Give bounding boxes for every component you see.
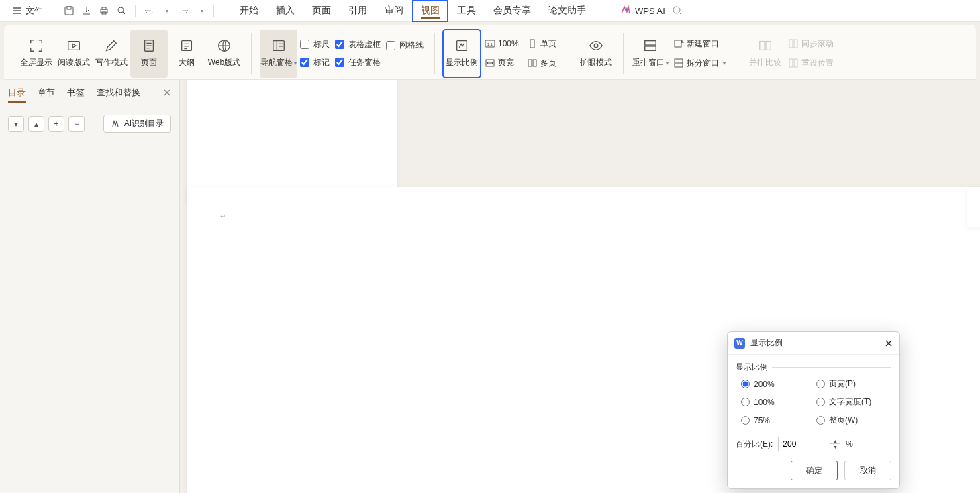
paragraph-mark: ↵	[220, 213, 226, 220]
play-icon	[66, 38, 81, 53]
collapse-up-button[interactable]: ▴	[28, 116, 44, 132]
split-window-button[interactable]: 拆分窗口▾	[671, 56, 728, 70]
zoom-radio-200[interactable]: 200%	[741, 378, 811, 390]
sync-scroll-button: 同步滚动	[785, 37, 836, 51]
search-button[interactable]	[672, 5, 683, 16]
print-button[interactable]	[96, 3, 112, 19]
reset-pos-icon	[788, 58, 799, 68]
redo-dropdown[interactable]: ▾	[193, 3, 209, 19]
page-layout-button[interactable]: 页面	[130, 30, 168, 78]
writing-mode-button[interactable]: 写作模式	[93, 30, 130, 78]
dialog-app-icon: W	[734, 338, 745, 349]
zoom-icon	[454, 38, 469, 53]
undo-dropdown[interactable]: ▾	[158, 3, 175, 19]
single-page-button[interactable]: 单页	[524, 37, 559, 51]
single-page-icon	[527, 38, 538, 49]
zoom-radio-pagewidth[interactable]: 页宽(P)	[816, 378, 886, 390]
pen-icon	[104, 38, 119, 53]
export-button[interactable]	[79, 3, 95, 19]
new-window-button[interactable]: 新建窗口	[671, 37, 728, 51]
svg-point-5	[118, 7, 124, 13]
wps-ai-icon	[620, 5, 631, 16]
dialog-close-button[interactable]	[885, 339, 893, 347]
zoom-radio-100[interactable]: 100%	[741, 396, 811, 408]
svg-rect-26	[789, 40, 793, 48]
remove-level-button[interactable]: −	[68, 116, 85, 132]
undo-button[interactable]	[141, 3, 157, 19]
ok-button[interactable]: 确定	[791, 461, 838, 480]
side-by-side-button: 并排比较	[746, 30, 784, 78]
close-icon	[885, 339, 893, 347]
sidebar-tab-chapter[interactable]: 章节	[38, 87, 55, 99]
svg-point-6	[673, 7, 680, 13]
tab-reference[interactable]: 引用	[340, 0, 375, 21]
table-border-checkbox[interactable]: 表格虚框	[335, 39, 381, 50]
page-width-button[interactable]: 页宽	[482, 56, 522, 70]
side-by-side-icon	[758, 38, 773, 53]
save-icon	[64, 5, 75, 16]
tab-thesis[interactable]: 论文助手	[540, 0, 594, 21]
mark-checkbox[interactable]: 标记	[300, 57, 330, 68]
sidebar-close-button[interactable]	[163, 89, 171, 97]
web-layout-button[interactable]: Web版式	[205, 30, 243, 78]
ai-toc-button[interactable]: AI识别目录	[103, 115, 171, 133]
percent-input[interactable]	[779, 437, 830, 451]
tab-review[interactable]: 审阅	[377, 0, 411, 21]
tab-view[interactable]: 视图	[413, 0, 448, 21]
tab-start[interactable]: 开始	[232, 0, 266, 21]
redo-button[interactable]	[176, 3, 192, 19]
globe-icon	[217, 38, 232, 53]
svg-rect-9	[182, 41, 192, 51]
multi-page-icon	[527, 58, 538, 68]
hamburger-icon	[12, 6, 21, 15]
close-icon	[163, 89, 171, 97]
zoom-radio-wholepage[interactable]: 整页(W)	[816, 415, 886, 426]
hundred-percent-button[interactable]: 1:1 100%	[482, 37, 522, 50]
svg-rect-29	[794, 59, 797, 67]
arrange-windows-button[interactable]: 重排窗口▾	[632, 30, 669, 78]
svg-rect-17	[528, 60, 532, 66]
cancel-button[interactable]: 取消	[844, 461, 891, 480]
print-preview-button[interactable]	[113, 3, 130, 19]
print-icon	[99, 5, 109, 16]
tab-tools[interactable]: 工具	[449, 0, 484, 21]
tab-insert[interactable]: 插入	[268, 0, 303, 21]
sidebar-tab-find[interactable]: 查找和替换	[97, 87, 140, 99]
svg-rect-22	[675, 40, 681, 47]
tab-member[interactable]: 会员专享	[485, 0, 539, 21]
page-width-icon	[485, 58, 495, 68]
save-button[interactable]	[61, 3, 77, 19]
svg-rect-18	[533, 60, 536, 66]
zoom-radio-textwidth[interactable]: 文字宽度(T)	[816, 396, 886, 408]
eye-care-button[interactable]: 护眼模式	[577, 30, 615, 78]
svg-rect-21	[644, 46, 656, 50]
grid-checkbox[interactable]: 网格线	[386, 40, 424, 51]
task-pane-checkbox[interactable]: 任务窗格	[335, 57, 381, 68]
percent-suffix: %	[846, 439, 853, 449]
svg-rect-11	[273, 41, 285, 51]
zoom-radio-75[interactable]: 75%	[741, 415, 811, 426]
svg-text:1:1: 1:1	[487, 42, 493, 46]
expand-down-button[interactable]: ▾	[8, 116, 24, 132]
document-area[interactable]: ↵ W 显示比例 显示比例 200% 页宽(P) 100% 文字宽度(T) 75…	[180, 80, 980, 493]
file-menu-button[interactable]: 文件	[5, 2, 50, 19]
add-level-button[interactable]: +	[48, 116, 64, 132]
undo-icon	[144, 6, 154, 15]
fullscreen-button[interactable]: 全屏显示	[17, 30, 55, 78]
multi-page-button[interactable]: 多页	[524, 56, 559, 70]
zoom-button[interactable]: 显示比例	[443, 30, 481, 78]
spinner-down[interactable]: ▼	[830, 444, 840, 450]
tab-page[interactable]: 页面	[304, 0, 339, 21]
percent-label: 百分比(E):	[736, 439, 773, 450]
dialog-title-text: 显示比例	[750, 337, 783, 349]
outline-button[interactable]: 大纲	[168, 30, 205, 78]
sidebar-tab-bookmark[interactable]: 书签	[67, 87, 85, 99]
nav-pane-button[interactable]: 导航窗格▾	[260, 30, 297, 78]
spinner-up[interactable]: ▲	[830, 438, 840, 444]
arrange-icon	[643, 38, 658, 53]
sidebar-tab-toc[interactable]: 目录	[8, 87, 26, 99]
reading-mode-button[interactable]: 阅读版式	[55, 30, 93, 78]
preview-icon	[116, 5, 127, 16]
wps-ai-button[interactable]: WPS AI	[620, 5, 665, 16]
ruler-checkbox[interactable]: 标尺	[300, 39, 330, 50]
